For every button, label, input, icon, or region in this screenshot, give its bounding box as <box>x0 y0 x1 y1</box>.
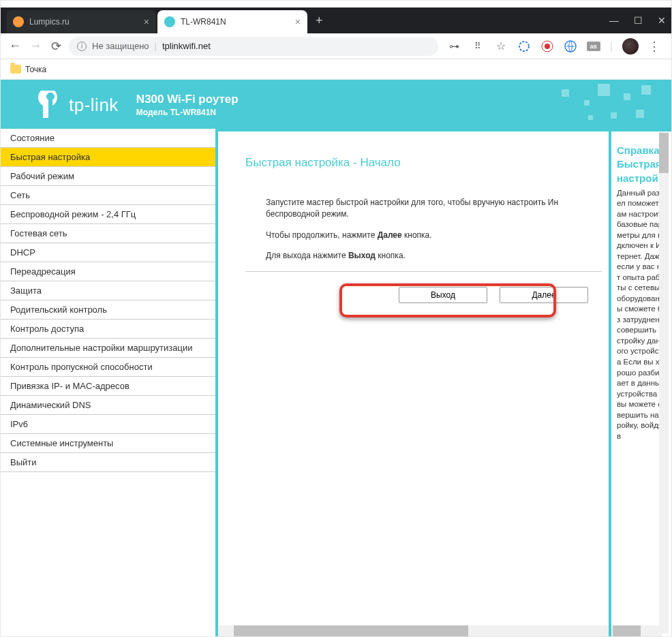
tab-title: Lumpics.ru <box>29 17 70 27</box>
sidebar-item-ipv6[interactable]: IPv6 <box>1 415 215 434</box>
horizontal-scrollbar[interactable] <box>611 625 662 636</box>
window-maximize-icon[interactable]: ☐ <box>634 15 643 26</box>
favicon-icon <box>13 16 24 27</box>
vertical-scrollbar[interactable] <box>659 131 669 634</box>
window-minimize-icon[interactable]: — <box>609 15 619 26</box>
info-icon: i <box>77 42 87 51</box>
brand-name: tp-link <box>69 95 119 116</box>
exit-button[interactable]: Выход <box>399 287 487 303</box>
product-title: N300 Wi-Fi роутер <box>136 93 239 106</box>
extension-icon[interactable] <box>540 40 554 53</box>
next-button[interactable]: Далее <box>500 287 588 303</box>
instruction-text: Запустите мастер быстрой настройки для т… <box>245 197 602 220</box>
header-decoration <box>542 80 658 129</box>
router-header: tp-link N300 Wi-Fi роутер Модель TL-WR84… <box>1 80 671 129</box>
window-close-icon[interactable]: ✕ <box>658 15 666 26</box>
address-bar: ← → ⟳ i Не защищено | tplinkwifi.net ⊶ ⠿… <box>1 33 671 59</box>
product-model: Модель TL-WR841N <box>136 108 239 117</box>
extension-icon[interactable] <box>517 40 531 53</box>
instruction-text: Для выхода нажмите Выход кнопка. <box>245 250 602 262</box>
sidebar-item-routing[interactable]: Дополнительные настройки маршрутизации <box>1 339 215 358</box>
sidebar-item-dhcp[interactable]: DHCP <box>1 243 215 262</box>
forward-button[interactable]: → <box>28 39 43 54</box>
brand-logo: tp-link <box>33 91 119 119</box>
browser-tabbar: Lumpics.ru × TL-WR841N × + — ☐ ✕ <box>1 7 671 33</box>
sidebar-item-logout[interactable]: Выйти <box>1 453 215 472</box>
back-button[interactable]: ← <box>7 39 22 54</box>
browser-tab[interactable]: TL-WR841N × <box>157 10 307 33</box>
url-text: tplinkwifi.net <box>162 41 211 51</box>
page-title: Быстрая настройка - Начало <box>245 156 602 170</box>
horizontal-scrollbar[interactable] <box>218 625 609 636</box>
sidebar-nav: Состояние Быстрая настройка Рабочий режи… <box>1 129 215 636</box>
tab-title: TL-WR841N <box>181 17 226 27</box>
page-content: tp-link N300 Wi-Fi роутер Модель TL-WR84… <box>1 80 671 636</box>
sidebar-item-parental[interactable]: Родительский контроль <box>1 300 215 320</box>
security-label: Не защищено <box>92 41 149 51</box>
sidebar-item-access[interactable]: Контроль доступа <box>1 320 215 339</box>
extension-icon[interactable] <box>564 40 577 53</box>
url-input[interactable]: i Не защищено | tplinkwifi.net <box>69 37 438 56</box>
sidebar-item-mode[interactable]: Рабочий режим <box>1 167 215 186</box>
sidebar-item-ddns[interactable]: Динамический DNS <box>1 396 215 415</box>
bookmarks-bar: Точка <box>1 59 671 80</box>
reload-button[interactable]: ⟳ <box>48 39 63 54</box>
tplink-logo-icon <box>33 91 62 119</box>
sidebar-item-guest[interactable]: Гостевая сеть <box>1 224 215 243</box>
main-panel: Быстрая настройка - Начало Запустите мас… <box>218 131 609 636</box>
close-icon[interactable]: × <box>144 16 149 27</box>
translate-icon[interactable]: ⠿ <box>471 40 485 53</box>
sidebar-item-network[interactable]: Сеть <box>1 186 215 205</box>
close-icon[interactable]: × <box>295 16 301 27</box>
sidebar-item-quick-setup[interactable]: Быстрая настройка <box>1 148 215 167</box>
extension-icon[interactable]: as <box>587 42 600 51</box>
profile-avatar[interactable] <box>622 38 639 55</box>
browser-tab[interactable]: Lumpics.ru × <box>6 10 156 33</box>
new-tab-button[interactable]: + <box>309 14 330 28</box>
instruction-text: Чтобы продолжить, нажмите Далее кнопка. <box>245 230 602 241</box>
sidebar-item-forwarding[interactable]: Переадресация <box>1 262 215 281</box>
svg-point-0 <box>519 42 529 51</box>
sidebar-item-status[interactable]: Состояние <box>1 129 215 148</box>
svg-point-2 <box>545 44 550 49</box>
star-icon[interactable]: ☆ <box>494 40 508 53</box>
sidebar-item-wireless[interactable]: Беспроводной режим - 2,4 ГГц <box>1 205 215 224</box>
sidebar-item-bandwidth[interactable]: Контроль пропускной способности <box>1 358 215 377</box>
key-icon[interactable]: ⊶ <box>448 40 461 53</box>
folder-icon <box>10 65 21 74</box>
sidebar-item-system[interactable]: Системные инструменты <box>1 434 215 453</box>
sidebar-item-security[interactable]: Защита <box>1 281 215 300</box>
favicon-icon <box>164 16 175 27</box>
sidebar-item-binding[interactable]: Привязка IP- и MAC-адресов <box>1 377 215 396</box>
menu-button[interactable]: ⋮ <box>648 39 660 54</box>
bookmark-item[interactable]: Точка <box>25 65 46 74</box>
